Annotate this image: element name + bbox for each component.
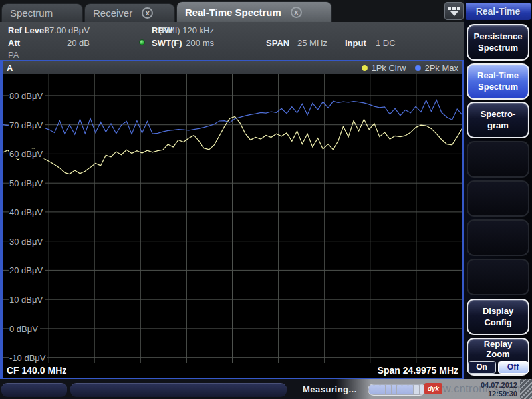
softkey-label: Display Config	[483, 306, 513, 328]
progress-segment	[386, 385, 390, 394]
legend-trace1[interactable]: 1Pk Clrw	[362, 63, 406, 73]
tab-close-icon[interactable]: x	[142, 7, 153, 19]
span-setting-label: SPAN	[266, 38, 289, 48]
tab-label: Receiver	[93, 7, 132, 19]
time-text: 12:59:30	[481, 390, 517, 398]
progress-segment	[374, 385, 379, 394]
softkey-empty	[467, 180, 529, 217]
replay-zoom-toggle: On Off	[468, 361, 529, 374]
softkey-display-config[interactable]: Display Config	[467, 299, 529, 335]
softkey-menu-title: Real-Time	[466, 3, 531, 20]
y-axis-tick-label: 0 dBμV	[9, 323, 40, 333]
tabs-grid-icon	[448, 7, 460, 10]
swt-led-icon	[139, 39, 145, 45]
spectrum-window: A 1Pk Clrw 2Pk Max 80 dBμV70 dBμV60 dBμV…	[0, 60, 464, 379]
resize-grip-icon	[520, 379, 532, 399]
input-value[interactable]: 1 DC	[376, 38, 396, 48]
progress-segment	[408, 385, 413, 394]
trace-legend: 1Pk Clrw 2Pk Max	[362, 63, 458, 73]
softkey-persistence-spectrum[interactable]: Persistence Spectrum	[467, 24, 529, 61]
span-setting-value[interactable]: 25 MHz	[297, 38, 327, 48]
progress-segment	[402, 385, 407, 394]
date-text: 04.07.2012	[481, 381, 517, 390]
softkey-empty	[467, 141, 529, 178]
legend-label: 2Pk Max	[424, 63, 458, 73]
trace2-dot-icon	[415, 65, 421, 71]
tab-receiver[interactable]: Receiver x	[84, 3, 175, 22]
y-axis-tick-label: 10 dBμV	[9, 295, 45, 305]
status-bar: Measuring... www.cntronics.com dyk 04.07…	[0, 379, 532, 399]
watermark-logo: dyk	[424, 383, 442, 394]
status-slot-empty[interactable]	[1, 383, 67, 397]
status-slot-empty[interactable]	[70, 383, 287, 397]
center-frequency-readout[interactable]: CF 140.0 MHz	[7, 365, 66, 376]
progress-segment	[414, 385, 418, 394]
date-time-display: 04.07.2012 12:59:30	[481, 381, 517, 398]
window-label: A	[7, 63, 13, 73]
ref-level-value[interactable]: 87.00 dBμV	[27, 25, 90, 35]
softkey-label: Real-Time Spectrum	[477, 70, 519, 92]
softkey-empty	[467, 259, 529, 295]
spectrum-window-header: A 1Pk Clrw 2Pk Max	[3, 61, 462, 74]
measurement-progress-bar	[368, 384, 426, 396]
softkey-label: Replay Zoom	[484, 340, 513, 359]
progress-segment	[369, 385, 374, 394]
y-axis-tick-label: 80 dBμV	[9, 90, 45, 100]
frequency-footer: CF 140.0 MHz Span 24.9975 MHz	[3, 363, 462, 378]
tab-overflow-button[interactable]	[444, 2, 464, 20]
replay-zoom-on-option[interactable]: On	[468, 361, 496, 374]
progress-segment	[397, 385, 402, 394]
replay-zoom-off-option[interactable]: Off	[498, 361, 529, 374]
tab-label: Real-Time Spectrum	[185, 7, 281, 18]
chevron-down-icon	[450, 11, 458, 16]
softkey-empty	[467, 219, 529, 256]
y-axis-tick-label: 70 dBμV	[9, 120, 45, 130]
softkey-label: Spectro- gram	[481, 109, 516, 131]
softkey-spectrogram[interactable]: Spectro- gram	[467, 102, 529, 138]
trace1-dot-icon	[362, 65, 368, 71]
instrument-screen: Spectrum Receiver x Real-Time Spectrum x…	[0, 0, 532, 399]
tab-real-time-spectrum[interactable]: Real-Time Spectrum x	[176, 1, 332, 22]
settings-bar: Ref Level 87.00 dBμV RBW (EMI) 120 kHz A…	[0, 22, 464, 60]
y-axis-tick-label: -10 dBμV	[9, 352, 47, 362]
att-label: Att	[8, 38, 20, 48]
y-axis-tick-label: 50 dBμV	[9, 178, 45, 188]
tab-spectrum[interactable]: Spectrum	[1, 3, 83, 22]
rbw-value[interactable]: (EMI) 120 kHz	[154, 25, 214, 35]
softkey-real-time-spectrum[interactable]: Real-Time Spectrum	[467, 63, 529, 100]
softkey-label: Persistence Spectrum	[474, 31, 523, 53]
progress-segment	[420, 385, 424, 394]
y-axis-tick-label: 20 dBμV	[9, 265, 45, 275]
tab-bar: Spectrum Receiver x Real-Time Spectrum x	[0, 0, 464, 22]
progress-segment	[392, 385, 396, 394]
measurement-status-text: Measuring...	[303, 384, 357, 394]
legend-trace2[interactable]: 2Pk Max	[415, 63, 458, 73]
span-readout[interactable]: Span 24.9975 MHz	[378, 365, 458, 376]
softkey-sidebar: Real-Time Persistence Spectrum Real-Time…	[464, 0, 532, 379]
softkey-replay-zoom[interactable]: Replay Zoom On Off	[467, 338, 529, 376]
spectrum-plot[interactable]: 80 dBμV70 dBμV60 dBμV50 dBμV40 dBμV30 dB…	[3, 74, 462, 363]
tab-label: Spectrum	[10, 7, 53, 19]
legend-label: 1Pk Clrw	[371, 63, 406, 73]
y-axis-tick-label: 30 dBμV	[9, 236, 45, 246]
input-label: Input	[345, 38, 366, 48]
swt-value[interactable]: 200 ms	[154, 38, 214, 48]
trace-canvas	[3, 74, 462, 363]
y-axis-tick-label: 60 dBμV	[9, 149, 45, 159]
tab-close-icon[interactable]: x	[291, 7, 302, 18]
progress-segment	[380, 385, 385, 394]
att-value[interactable]: 20 dB	[27, 38, 90, 48]
transducer-indicator: PA	[8, 50, 19, 60]
y-axis-tick-label: 40 dBμV	[9, 207, 45, 217]
